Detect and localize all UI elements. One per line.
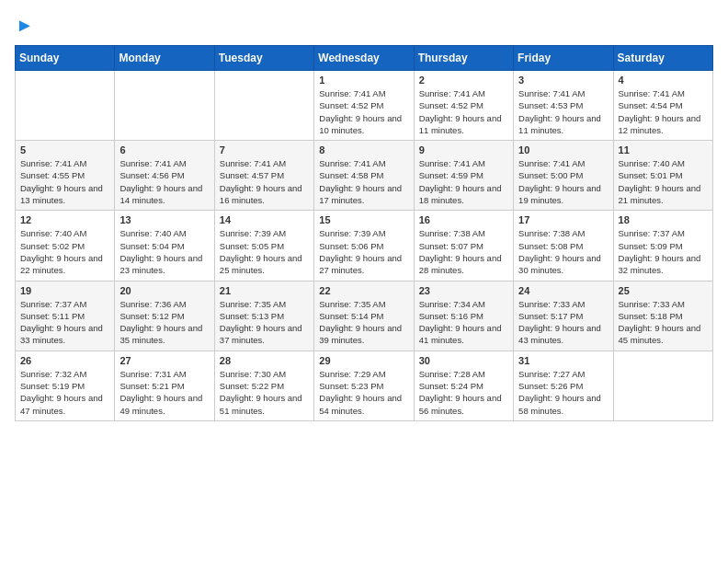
day-number-12: 12 bbox=[20, 214, 109, 225]
day-cell-18: 18Sunrise: 7:37 AM Sunset: 5:09 PM Dayli… bbox=[613, 211, 712, 281]
day-cell-3: 3Sunrise: 7:41 AM Sunset: 4:53 PM Daylig… bbox=[514, 71, 613, 141]
day-number-2: 2 bbox=[419, 75, 508, 86]
day-header-wednesday: Wednesday bbox=[314, 46, 414, 71]
day-info-24: Sunrise: 7:33 AM Sunset: 5:17 PM Dayligh… bbox=[518, 298, 608, 347]
day-cell-12: 12Sunrise: 7:40 AM Sunset: 5:02 PM Dayli… bbox=[16, 211, 115, 281]
day-number-10: 10 bbox=[518, 144, 608, 155]
day-cell-5: 5Sunrise: 7:41 AM Sunset: 4:55 PM Daylig… bbox=[16, 141, 115, 211]
day-info-21: Sunrise: 7:35 AM Sunset: 5:13 PM Dayligh… bbox=[220, 298, 309, 347]
day-info-18: Sunrise: 7:37 AM Sunset: 5:09 PM Dayligh… bbox=[619, 227, 708, 276]
day-cell-22: 22Sunrise: 7:35 AM Sunset: 5:14 PM Dayli… bbox=[314, 281, 414, 350]
day-info-15: Sunrise: 7:39 AM Sunset: 5:06 PM Dayligh… bbox=[319, 227, 408, 276]
day-info-10: Sunrise: 7:41 AM Sunset: 5:00 PM Dayligh… bbox=[518, 157, 608, 206]
day-number-21: 21 bbox=[220, 285, 309, 296]
day-info-11: Sunrise: 7:40 AM Sunset: 5:01 PM Dayligh… bbox=[619, 157, 708, 206]
day-info-29: Sunrise: 7:29 AM Sunset: 5:23 PM Dayligh… bbox=[319, 368, 408, 417]
day-cell-29: 29Sunrise: 7:29 AM Sunset: 5:23 PM Dayli… bbox=[314, 350, 414, 420]
calendar-week-4: 19Sunrise: 7:37 AM Sunset: 5:11 PM Dayli… bbox=[16, 281, 713, 350]
day-number-24: 24 bbox=[518, 285, 608, 296]
day-info-31: Sunrise: 7:27 AM Sunset: 5:26 PM Dayligh… bbox=[518, 368, 608, 417]
day-header-monday: Monday bbox=[115, 46, 214, 71]
day-number-6: 6 bbox=[119, 144, 209, 155]
calendar-header: SundayMondayTuesdayWednesdayThursdayFrid… bbox=[16, 46, 713, 71]
day-number-22: 22 bbox=[319, 285, 408, 296]
day-number-26: 26 bbox=[20, 355, 109, 366]
day-number-28: 28 bbox=[220, 355, 309, 366]
day-cell-31: 31Sunrise: 7:27 AM Sunset: 5:26 PM Dayli… bbox=[514, 350, 613, 420]
calendar-body: 1Sunrise: 7:41 AM Sunset: 4:52 PM Daylig… bbox=[16, 71, 713, 421]
day-number-20: 20 bbox=[119, 285, 209, 296]
day-number-18: 18 bbox=[619, 214, 708, 225]
day-info-8: Sunrise: 7:41 AM Sunset: 4:58 PM Dayligh… bbox=[319, 157, 408, 206]
day-cell-6: 6Sunrise: 7:41 AM Sunset: 4:56 PM Daylig… bbox=[115, 141, 214, 211]
day-info-6: Sunrise: 7:41 AM Sunset: 4:56 PM Dayligh… bbox=[119, 157, 209, 206]
day-number-8: 8 bbox=[319, 144, 408, 155]
day-info-5: Sunrise: 7:41 AM Sunset: 4:55 PM Dayligh… bbox=[20, 157, 109, 206]
day-cell-23: 23Sunrise: 7:34 AM Sunset: 5:16 PM Dayli… bbox=[414, 281, 513, 350]
day-number-30: 30 bbox=[419, 355, 508, 366]
day-cell-27: 27Sunrise: 7:31 AM Sunset: 5:21 PM Dayli… bbox=[115, 350, 214, 420]
day-cell-2: 2Sunrise: 7:41 AM Sunset: 4:52 PM Daylig… bbox=[414, 71, 513, 141]
day-cell-16: 16Sunrise: 7:38 AM Sunset: 5:07 PM Dayli… bbox=[414, 211, 513, 281]
day-info-17: Sunrise: 7:38 AM Sunset: 5:08 PM Dayligh… bbox=[518, 227, 608, 276]
day-cell-7: 7Sunrise: 7:41 AM Sunset: 4:57 PM Daylig… bbox=[214, 141, 313, 211]
day-number-7: 7 bbox=[220, 144, 309, 155]
day-number-19: 19 bbox=[20, 285, 109, 296]
day-cell-30: 30Sunrise: 7:28 AM Sunset: 5:24 PM Dayli… bbox=[414, 350, 513, 420]
day-cell-25: 25Sunrise: 7:33 AM Sunset: 5:18 PM Dayli… bbox=[613, 281, 712, 350]
empty-cell bbox=[16, 71, 115, 141]
calendar-week-3: 12Sunrise: 7:40 AM Sunset: 5:02 PM Dayli… bbox=[16, 211, 713, 281]
day-info-1: Sunrise: 7:41 AM Sunset: 4:52 PM Dayligh… bbox=[319, 87, 408, 136]
day-number-29: 29 bbox=[319, 355, 408, 366]
day-cell-26: 26Sunrise: 7:32 AM Sunset: 5:19 PM Dayli… bbox=[16, 350, 115, 420]
day-number-31: 31 bbox=[518, 355, 608, 366]
day-cell-8: 8Sunrise: 7:41 AM Sunset: 4:58 PM Daylig… bbox=[314, 141, 414, 211]
day-info-20: Sunrise: 7:36 AM Sunset: 5:12 PM Dayligh… bbox=[119, 298, 209, 347]
day-info-23: Sunrise: 7:34 AM Sunset: 5:16 PM Dayligh… bbox=[419, 298, 508, 347]
day-cell-13: 13Sunrise: 7:40 AM Sunset: 5:04 PM Dayli… bbox=[115, 211, 214, 281]
day-cell-28: 28Sunrise: 7:30 AM Sunset: 5:22 PM Dayli… bbox=[214, 350, 313, 420]
day-header-friday: Friday bbox=[514, 46, 613, 71]
day-header-saturday: Saturday bbox=[613, 46, 712, 71]
day-info-9: Sunrise: 7:41 AM Sunset: 4:59 PM Dayligh… bbox=[419, 157, 508, 206]
day-number-3: 3 bbox=[518, 75, 608, 86]
day-info-14: Sunrise: 7:39 AM Sunset: 5:05 PM Dayligh… bbox=[220, 227, 309, 276]
day-header-sunday: Sunday bbox=[16, 46, 115, 71]
day-cell-21: 21Sunrise: 7:35 AM Sunset: 5:13 PM Dayli… bbox=[214, 281, 313, 350]
day-info-7: Sunrise: 7:41 AM Sunset: 4:57 PM Dayligh… bbox=[220, 157, 309, 206]
day-number-13: 13 bbox=[119, 214, 209, 225]
day-info-27: Sunrise: 7:31 AM Sunset: 5:21 PM Dayligh… bbox=[119, 368, 209, 417]
day-info-28: Sunrise: 7:30 AM Sunset: 5:22 PM Dayligh… bbox=[220, 368, 309, 417]
day-info-25: Sunrise: 7:33 AM Sunset: 5:18 PM Dayligh… bbox=[619, 298, 708, 347]
day-info-3: Sunrise: 7:41 AM Sunset: 4:53 PM Dayligh… bbox=[518, 87, 608, 136]
day-cell-11: 11Sunrise: 7:40 AM Sunset: 5:01 PM Dayli… bbox=[613, 141, 712, 211]
logo: ► bbox=[15, 15, 34, 36]
day-number-5: 5 bbox=[20, 144, 109, 155]
day-info-22: Sunrise: 7:35 AM Sunset: 5:14 PM Dayligh… bbox=[319, 298, 408, 347]
logo-arrow-icon: ► bbox=[16, 15, 34, 36]
day-info-2: Sunrise: 7:41 AM Sunset: 4:52 PM Dayligh… bbox=[419, 87, 508, 136]
day-number-15: 15 bbox=[319, 214, 408, 225]
day-number-4: 4 bbox=[619, 75, 708, 86]
days-of-week-row: SundayMondayTuesdayWednesdayThursdayFrid… bbox=[16, 46, 713, 71]
day-cell-10: 10Sunrise: 7:41 AM Sunset: 5:00 PM Dayli… bbox=[514, 141, 613, 211]
empty-cell bbox=[613, 350, 712, 420]
day-cell-4: 4Sunrise: 7:41 AM Sunset: 4:54 PM Daylig… bbox=[613, 71, 712, 141]
calendar-week-5: 26Sunrise: 7:32 AM Sunset: 5:19 PM Dayli… bbox=[16, 350, 713, 420]
day-info-16: Sunrise: 7:38 AM Sunset: 5:07 PM Dayligh… bbox=[419, 227, 508, 276]
day-info-12: Sunrise: 7:40 AM Sunset: 5:02 PM Dayligh… bbox=[20, 227, 109, 276]
day-cell-1: 1Sunrise: 7:41 AM Sunset: 4:52 PM Daylig… bbox=[314, 71, 414, 141]
day-info-26: Sunrise: 7:32 AM Sunset: 5:19 PM Dayligh… bbox=[20, 368, 109, 417]
day-number-27: 27 bbox=[119, 355, 209, 366]
empty-cell bbox=[115, 71, 214, 141]
day-number-17: 17 bbox=[518, 214, 608, 225]
day-cell-15: 15Sunrise: 7:39 AM Sunset: 5:06 PM Dayli… bbox=[314, 211, 414, 281]
calendar-week-1: 1Sunrise: 7:41 AM Sunset: 4:52 PM Daylig… bbox=[16, 71, 713, 141]
day-number-11: 11 bbox=[619, 144, 708, 155]
calendar-table: SundayMondayTuesdayWednesdayThursdayFrid… bbox=[15, 45, 713, 421]
day-cell-9: 9Sunrise: 7:41 AM Sunset: 4:59 PM Daylig… bbox=[414, 141, 513, 211]
day-info-4: Sunrise: 7:41 AM Sunset: 4:54 PM Dayligh… bbox=[619, 87, 708, 136]
day-number-14: 14 bbox=[220, 214, 309, 225]
day-info-19: Sunrise: 7:37 AM Sunset: 5:11 PM Dayligh… bbox=[20, 298, 109, 347]
day-info-30: Sunrise: 7:28 AM Sunset: 5:24 PM Dayligh… bbox=[419, 368, 508, 417]
